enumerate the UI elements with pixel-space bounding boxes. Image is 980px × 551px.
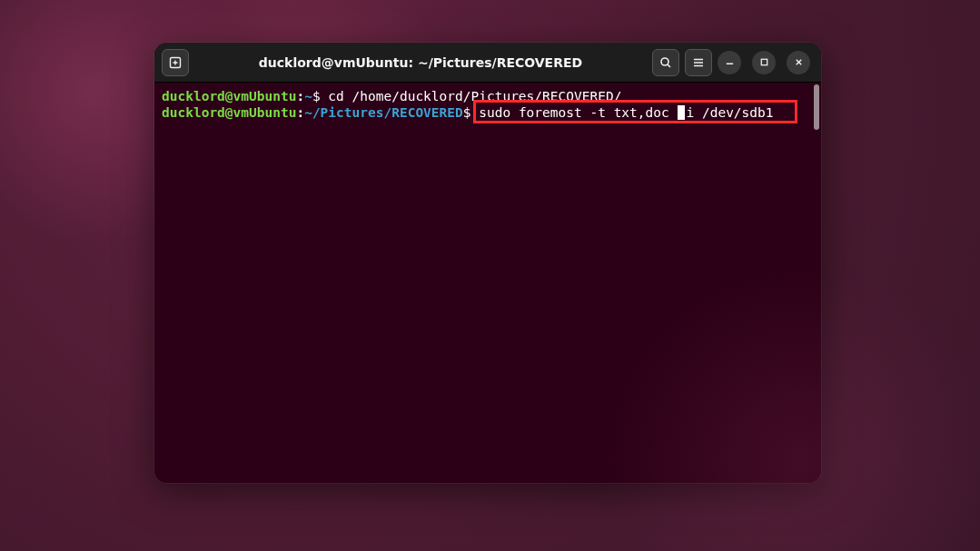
prompt-host: vmUbuntu xyxy=(233,89,297,103)
window-title: ducklord@vmUbuntu: ~/Pictures/RECOVERED xyxy=(194,55,647,70)
minimize-button[interactable] xyxy=(718,51,741,74)
hamburger-menu-button[interactable] xyxy=(685,49,712,76)
scrollbar[interactable] xyxy=(814,84,819,130)
prompt-colon: : xyxy=(296,89,304,103)
prompt-user: ducklord xyxy=(162,105,225,120)
titlebar: ducklord@vmUbuntu: ~/Pictures/RECOVERED xyxy=(154,43,821,83)
prompt-path: /Pictures/RECOVERED xyxy=(312,105,463,120)
command-text-after: i /dev/sdb1 xyxy=(686,105,773,120)
prompt-path-prefix: ~ xyxy=(304,89,312,103)
terminal-body[interactable]: ducklord@vmUbuntu:~$ cd /home/ducklord/P… xyxy=(154,83,821,483)
cursor-icon xyxy=(678,105,685,120)
command-text-before: sudo foremost -t txt,doc xyxy=(479,105,677,120)
new-tab-button[interactable] xyxy=(162,49,189,76)
prompt-path-prefix: ~ xyxy=(304,105,312,120)
terminal-window: ducklord@vmUbuntu: ~/Pictures/RECOVERED xyxy=(154,43,821,483)
prompt-user: ducklord xyxy=(162,89,225,103)
prompt-at: @ xyxy=(225,89,233,103)
svg-line-4 xyxy=(668,64,670,67)
svg-rect-9 xyxy=(761,59,767,64)
command-text: cd /home/ducklord/Pictures/RECOVERED/ xyxy=(328,89,621,103)
prompt-colon: : xyxy=(296,105,304,120)
prompt-dollar: $ xyxy=(463,105,479,120)
terminal-line: ducklord@vmUbuntu:~/Pictures/RECOVERED$ … xyxy=(162,104,814,121)
maximize-button[interactable] xyxy=(752,51,776,74)
svg-point-3 xyxy=(661,58,668,65)
prompt-at: @ xyxy=(225,105,233,120)
search-button[interactable] xyxy=(652,49,679,76)
terminal-line: ducklord@vmUbuntu:~$ cd /home/ducklord/P… xyxy=(162,88,814,104)
prompt-dollar: $ xyxy=(312,89,328,103)
prompt-host: vmUbuntu xyxy=(233,105,297,120)
close-button[interactable] xyxy=(787,51,810,74)
